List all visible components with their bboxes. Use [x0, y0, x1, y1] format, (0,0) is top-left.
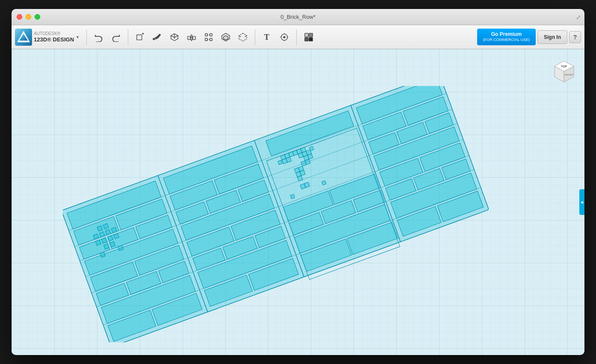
view-cube[interactable]: TOP FRONT — [550, 58, 576, 83]
resize-icon: ⤢ — [576, 14, 581, 21]
svg-rect-11 — [205, 38, 208, 41]
svg-rect-24 — [305, 37, 308, 41]
divider-4 — [296, 29, 297, 45]
canvas-area[interactable]: .brick-stroke { stroke: #008fad; stroke-… — [12, 49, 584, 355]
text-button[interactable]: T — [260, 29, 275, 45]
svg-rect-25 — [309, 37, 313, 41]
window-controls — [17, 14, 40, 20]
premium-subtitle: (FOR COMMERCIAL USE) — [483, 38, 530, 43]
premium-button[interactable]: Go Premium (FOR COMMERCIAL USE) — [477, 29, 536, 45]
svg-rect-9 — [205, 33, 208, 36]
construct-button[interactable] — [167, 29, 182, 45]
svg-point-21 — [283, 36, 285, 38]
redo-button[interactable] — [108, 29, 124, 45]
premium-label: Go Premium — [483, 31, 530, 38]
close-button[interactable] — [17, 14, 22, 20]
svg-rect-12 — [210, 38, 212, 41]
ungroup-button[interactable] — [235, 29, 251, 45]
snap-button[interactable] — [277, 29, 292, 45]
help-button[interactable]: ? — [569, 31, 581, 43]
svg-rect-10 — [210, 33, 212, 36]
window-title: 0_Brick_Row* — [280, 14, 316, 20]
divider-2 — [128, 29, 128, 45]
pattern-button[interactable] — [201, 29, 216, 45]
app-logo: AUTODESK® 123D® DESIGN ▾ — [15, 29, 79, 46]
svg-rect-23 — [309, 33, 313, 36]
product-name: 123D® DESIGN — [34, 36, 74, 44]
toolbar: AUTODESK® 123D® DESIGN ▾ — [12, 25, 584, 49]
svg-rect-22 — [305, 33, 308, 36]
svg-text:T: T — [264, 33, 269, 41]
new-solid-button[interactable] — [133, 29, 148, 45]
divider-1 — [86, 29, 87, 45]
signin-button[interactable]: Sign In — [537, 30, 567, 44]
app-window: 0_Brick_Row* ⤢ AUTODESK® 123D® DE — [12, 9, 584, 355]
logo-dropdown[interactable]: ▾ — [77, 35, 79, 39]
svg-text:TOP: TOP — [561, 65, 567, 68]
sketch-button[interactable] — [150, 29, 165, 45]
divider-3 — [255, 29, 255, 45]
logo-icon — [15, 29, 32, 46]
svg-point-6 — [153, 38, 155, 40]
maximize-button[interactable] — [35, 14, 40, 20]
materials-button[interactable] — [301, 29, 316, 45]
minimize-button[interactable] — [26, 14, 31, 20]
titlebar: 0_Brick_Row* ⤢ — [12, 9, 584, 25]
right-panel-handle[interactable]: ◂ — [579, 189, 584, 215]
svg-text:FRONT: FRONT — [565, 73, 574, 76]
svg-rect-3 — [137, 35, 142, 40]
logo-text: AUTODESK® 123D® DESIGN — [34, 31, 74, 44]
brand-name: AUTODESK® — [34, 31, 74, 36]
brick-design: .brick-stroke { stroke: #008fad; stroke-… — [63, 86, 490, 344]
undo-button[interactable] — [91, 29, 106, 45]
group-button[interactable] — [218, 29, 233, 45]
modify-button[interactable] — [184, 29, 199, 45]
